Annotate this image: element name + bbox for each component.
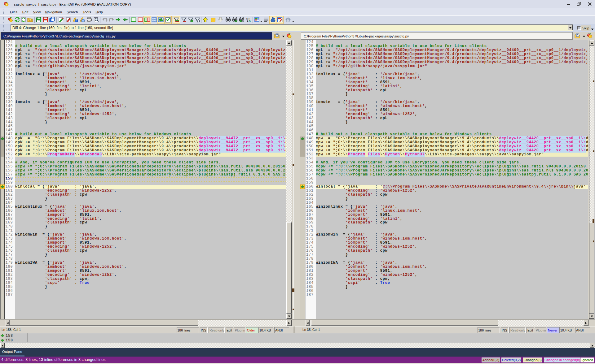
svg-text:B: B [249, 20, 251, 23]
